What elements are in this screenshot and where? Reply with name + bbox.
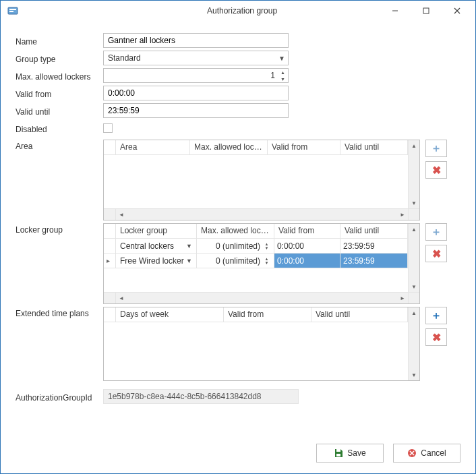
etp-grid-row-header	[104, 307, 116, 322]
name-label: Name	[16, 35, 103, 47]
svg-rect-7	[336, 449, 340, 452]
etp-grid-body[interactable]	[104, 322, 408, 380]
scroll-down-icon[interactable]: ▼	[409, 369, 419, 380]
group-type-value: Standard	[108, 53, 141, 63]
lg-row-indicator: ▸	[104, 254, 116, 268]
window-root: Authorization group Name Group type Stan…	[0, 0, 476, 474]
scroll-up-icon[interactable]: ▲	[409, 307, 419, 318]
etp-delete-button[interactable]: ✖	[425, 328, 447, 346]
locker-group-delete-button[interactable]: ✖	[425, 245, 447, 262]
disabled-checkbox[interactable]	[103, 123, 113, 133]
cancel-button-label: Cancel	[421, 448, 446, 458]
lg-grid-vscroll[interactable]: ▲▼	[408, 224, 419, 292]
scroll-up-icon[interactable]: ▲	[409, 140, 419, 151]
area-grid-col-max[interactable]: Max. allowed lockers	[190, 140, 268, 154]
scroll-up-icon[interactable]: ▲	[409, 224, 419, 235]
valid-from-input[interactable]	[103, 86, 289, 100]
max-lockers-label: Max. allowed lockers	[16, 70, 103, 82]
locker-group-grid[interactable]: Locker group Max. allowed lockers Valid …	[103, 223, 420, 304]
save-button-label: Save	[347, 448, 365, 458]
area-label: Area	[16, 140, 103, 151]
area-grid-body[interactable]	[104, 155, 408, 208]
lg-grid-col-until[interactable]: Valid until	[340, 224, 408, 238]
lg-grid-row[interactable]: Central lockers▼ 0 (unlimited)▲▼ 0:00:00…	[104, 239, 408, 254]
etp-grid[interactable]: Days of week Valid from Valid until ▲▼	[103, 307, 420, 381]
lg-grid-row-header	[104, 224, 116, 238]
area-grid-vscroll[interactable]: ▲▼	[408, 140, 419, 208]
max-lockers-value: 1	[108, 71, 278, 80]
etp-grid-col-days[interactable]: Days of week	[116, 307, 224, 322]
window-title: Authorization group	[207, 6, 277, 16]
window-minimize-button[interactable]	[380, 1, 411, 20]
area-delete-button[interactable]: ✖	[425, 161, 447, 179]
lg-row-from[interactable]: 0:00:00	[274, 254, 340, 268]
window-close-button[interactable]	[442, 1, 473, 20]
lg-grid-col-max[interactable]: Max. allowed lockers	[197, 224, 274, 238]
content-area: Name Group type Standard ▼ Max. allowed …	[1, 21, 475, 438]
lg-row-max-stepper[interactable]: 0 (unlimited)▲▼	[200, 256, 271, 266]
save-button[interactable]: Save	[316, 444, 384, 463]
area-grid-col-area[interactable]: Area	[116, 140, 190, 154]
window-maximize-button[interactable]	[411, 1, 442, 20]
area-add-button[interactable]: ＋	[425, 140, 447, 157]
max-lockers-stepper[interactable]: 1 ▲▼	[103, 68, 289, 83]
app-icon	[7, 5, 18, 16]
lg-grid-body[interactable]: Central lockers▼ 0 (unlimited)▲▼ 0:00:00…	[104, 239, 408, 292]
scroll-down-icon[interactable]: ▼	[409, 281, 419, 292]
lg-grid-hscroll[interactable]: ◄►	[116, 293, 408, 303]
valid-until-label: Valid until	[16, 105, 103, 117]
area-grid[interactable]: Area Max. allowed lockers Valid from Val…	[103, 140, 420, 220]
scroll-right-icon[interactable]: ►	[397, 293, 408, 303]
svg-rect-4	[423, 8, 429, 13]
save-icon	[334, 448, 343, 458]
scroll-right-icon[interactable]: ►	[397, 209, 408, 220]
auth-id-label: AuthorizationGroupId	[16, 391, 103, 403]
lg-row-group-select[interactable]: Free Wired locker▼	[119, 256, 194, 266]
etp-add-button[interactable]: ＋	[425, 307, 447, 324]
lg-row-until[interactable]: 23:59:59	[340, 239, 408, 253]
valid-until-input[interactable]	[103, 103, 289, 118]
lg-row-indicator	[104, 239, 116, 253]
etp-grid-col-from[interactable]: Valid from	[224, 307, 311, 322]
chevron-down-icon: ▼	[186, 243, 192, 249]
lg-grid-col-from[interactable]: Valid from	[274, 224, 340, 238]
locker-group-label: Locker group	[16, 223, 103, 235]
scroll-down-icon[interactable]: ▼	[409, 198, 419, 208]
etp-grid-col-until[interactable]: Valid until	[311, 307, 408, 322]
scroll-left-icon[interactable]: ◄	[116, 293, 127, 303]
svg-rect-1	[9, 9, 16, 10]
scroll-left-icon[interactable]: ◄	[116, 209, 127, 220]
stepper-up-icon[interactable]: ▲	[278, 69, 288, 76]
cancel-button[interactable]: Cancel	[393, 444, 460, 463]
chevron-down-icon: ▼	[186, 258, 192, 264]
stepper-down-icon[interactable]: ▼	[278, 76, 288, 82]
lg-row-max-stepper[interactable]: 0 (unlimited)▲▼	[200, 241, 271, 251]
valid-from-label: Valid from	[16, 88, 103, 99]
svg-rect-2	[9, 11, 13, 12]
group-type-label: Group type	[16, 53, 103, 64]
etp-grid-vscroll[interactable]: ▲▼	[408, 307, 419, 380]
lg-grid-col-group[interactable]: Locker group	[116, 224, 197, 238]
name-input[interactable]	[103, 33, 289, 48]
lg-row-from[interactable]: 0:00:00	[274, 239, 340, 253]
lg-row-group-select[interactable]: Central lockers▼	[119, 241, 194, 251]
auth-id-value: 1e5b978b-c8ea-444c-8c5b-666413842dd8	[103, 389, 299, 404]
group-type-select[interactable]: Standard ▼	[103, 51, 289, 65]
area-grid-row-header	[104, 140, 116, 154]
lg-grid-row[interactable]: ▸ Free Wired locker▼ 0 (unlimited)▲▼ 0:0…	[104, 254, 408, 268]
chevron-down-icon: ▼	[278, 55, 285, 62]
lg-row-until[interactable]: 23:59:59	[340, 254, 408, 268]
svg-rect-8	[336, 454, 340, 456]
footer: Save Cancel	[1, 438, 475, 473]
etp-label: Extended time plans	[16, 307, 103, 318]
cancel-icon	[407, 448, 417, 458]
area-grid-col-until[interactable]: Valid until	[340, 140, 408, 154]
titlebar: Authorization group	[1, 1, 475, 21]
locker-group-add-button[interactable]: ＋	[425, 223, 447, 241]
disabled-label: Disabled	[16, 123, 103, 134]
area-grid-hscroll[interactable]: ◄►	[116, 209, 408, 220]
area-grid-col-from[interactable]: Valid from	[268, 140, 340, 154]
